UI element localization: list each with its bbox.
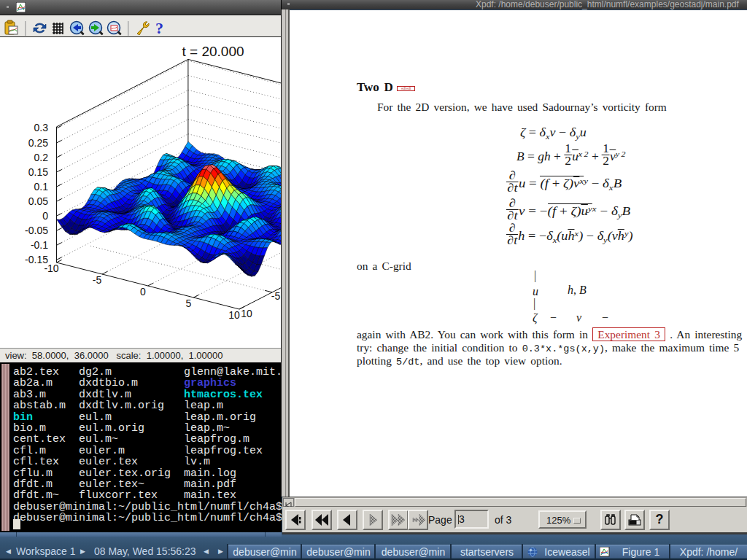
svg-text:?: ?: [155, 19, 163, 37]
svg-text:0.05: 0.05: [28, 195, 48, 207]
svg-text:10: 10: [241, 308, 252, 319]
svg-text:t = 20.000: t = 20.000: [182, 44, 244, 59]
svg-text:0.15: 0.15: [28, 166, 48, 178]
svg-text:-5: -5: [271, 290, 281, 302]
svg-text:0.2: 0.2: [34, 152, 49, 163]
svg-text:-10: -10: [44, 262, 58, 274]
svg-text:0.1: 0.1: [34, 181, 49, 192]
svg-text:0: 0: [140, 286, 146, 298]
svg-text:-0.1: -0.1: [31, 239, 48, 251]
svg-text:0.3: 0.3: [34, 122, 49, 133]
svg-text:0.25: 0.25: [28, 137, 48, 149]
svg-text:-0.05: -0.05: [25, 225, 48, 236]
svg-text:0: 0: [42, 210, 48, 222]
svg-text:10: 10: [228, 309, 240, 321]
svg-text:-5: -5: [93, 274, 102, 286]
svg-text:5: 5: [186, 298, 192, 309]
